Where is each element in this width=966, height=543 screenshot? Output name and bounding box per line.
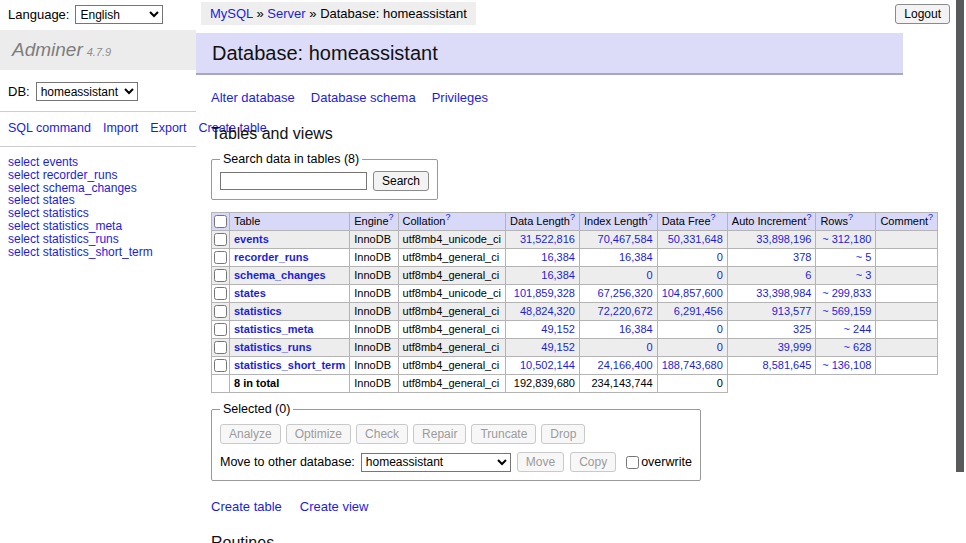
data-length-link[interactable]: 16,384 — [541, 269, 575, 281]
table-name-cell: schema_changes — [230, 267, 350, 285]
help-link[interactable]: ? — [806, 213, 811, 223]
table-name-link[interactable]: states — [234, 287, 266, 299]
help-link[interactable]: ? — [445, 213, 450, 223]
breadcrumb-mysql-link[interactable]: MySQL — [210, 6, 253, 21]
search-input[interactable] — [220, 172, 367, 190]
table-row: states InnoDB utf8mb4_unicode_ci 101,859… — [212, 285, 938, 303]
table-name-link[interactable]: recorder_runs — [234, 251, 309, 263]
index-length-link[interactable]: 70,467,584 — [598, 233, 653, 245]
select-link[interactable]: select — [8, 245, 39, 259]
data-free-link[interactable]: 0 — [717, 251, 723, 263]
rows-count-link[interactable]: ~ 5 — [856, 251, 872, 263]
help-link[interactable]: ? — [570, 213, 575, 223]
rows-count-link[interactable]: ~ 244 — [844, 323, 872, 335]
sidebar-action-link[interactable]: Export — [150, 121, 186, 135]
row-checkbox[interactable] — [214, 287, 227, 300]
db-nav-link[interactable]: Privileges — [432, 90, 488, 105]
auto-increment-link[interactable]: 33,398,984 — [756, 287, 811, 299]
language-select[interactable]: English — [75, 5, 163, 24]
create-link[interactable]: Create view — [300, 499, 369, 514]
auto-increment-cell: 8,581,645 — [727, 357, 816, 375]
row-checkbox[interactable] — [214, 323, 227, 336]
data-free-link[interactable]: 50,331,648 — [668, 233, 723, 245]
table-name-link[interactable]: events — [234, 233, 269, 245]
overwrite-checkbox[interactable] — [626, 456, 639, 469]
data-length-link[interactable]: 49,152 — [541, 323, 575, 335]
data-length-link[interactable]: 31,522,816 — [520, 233, 575, 245]
create-link[interactable]: Create table — [211, 499, 282, 514]
table-name-link[interactable]: statistics_runs — [234, 341, 312, 353]
row-checkbox[interactable] — [214, 359, 227, 372]
column-header: Engine? — [350, 213, 398, 231]
index-length-link[interactable]: 0 — [647, 269, 653, 281]
db-select[interactable]: homeassistant — [36, 82, 138, 101]
data-length-link[interactable]: 48,824,320 — [520, 305, 575, 317]
index-length-link[interactable]: 24,166,400 — [598, 359, 653, 371]
help-link[interactable]: ? — [928, 213, 933, 223]
index-length-link[interactable]: 0 — [647, 341, 653, 353]
table-name-link[interactable]: statistics_short_term — [234, 359, 345, 371]
table-name-link[interactable]: schema_changes — [234, 269, 326, 281]
row-checkbox[interactable] — [214, 305, 227, 318]
db-nav-link[interactable]: Database schema — [311, 90, 416, 105]
data-length-link[interactable]: 49,152 — [541, 341, 575, 353]
data-length-link[interactable]: 101,859,328 — [514, 287, 575, 299]
auto-increment-link[interactable]: 8,581,645 — [762, 359, 811, 371]
auto-increment-link[interactable]: 913,577 — [772, 305, 812, 317]
rows-count-link[interactable]: ~ 299,833 — [822, 287, 871, 299]
rows-count-link[interactable]: ~ 628 — [844, 341, 872, 353]
help-link[interactable]: ? — [389, 213, 394, 223]
index-length-link[interactable]: 16,384 — [619, 251, 653, 263]
table-name-link[interactable]: statistics — [234, 305, 282, 317]
data-free-cell: 188,743,680 — [657, 357, 727, 375]
rows-count-link[interactable]: ~ 569,159 — [822, 305, 871, 317]
table-name-link[interactable]: statistics_meta — [234, 323, 314, 335]
data-length-link[interactable]: 10,502,144 — [520, 359, 575, 371]
help-link[interactable]: ? — [648, 213, 653, 223]
index-length-link[interactable]: 72,220,672 — [598, 305, 653, 317]
data-free-link[interactable]: 104,857,600 — [662, 287, 723, 299]
data-free-link[interactable]: 0 — [717, 269, 723, 281]
row-checkbox[interactable] — [214, 251, 227, 264]
rows-count-link[interactable]: ~ 312,180 — [822, 233, 871, 245]
app-name: Adminer — [12, 39, 83, 60]
auto-increment-link[interactable]: 325 — [793, 323, 811, 335]
data-free-link[interactable]: 0 — [717, 341, 723, 353]
rows-count-cell: ~ 3 — [816, 267, 876, 285]
auto-increment-link[interactable]: 33,898,196 — [756, 233, 811, 245]
help-link[interactable]: ? — [711, 213, 716, 223]
breadcrumb-server-link[interactable]: Server — [267, 6, 305, 21]
auto-increment-link[interactable]: 39,999 — [778, 341, 812, 353]
row-checkbox[interactable] — [214, 341, 227, 354]
auto-increment-link[interactable]: 378 — [793, 251, 811, 263]
data-free-cell: 50,331,648 — [657, 231, 727, 249]
search-button[interactable]: Search — [373, 171, 429, 191]
auto-increment-link[interactable]: 6 — [805, 269, 811, 281]
row-checkbox[interactable] — [214, 233, 227, 246]
rows-count-link[interactable]: ~ 136,108 — [822, 359, 871, 371]
scrollbar-thumb[interactable] — [956, 0, 964, 472]
select-all-checkbox[interactable] — [214, 215, 227, 228]
data-free-cell: 0 — [657, 267, 727, 285]
sidebar-table-list: select events select recorder_runs selec… — [8, 156, 188, 258]
sidebar-action-link[interactable]: SQL command — [8, 121, 91, 135]
data-free-link[interactable]: 0 — [717, 323, 723, 335]
rows-count-link[interactable]: ~ 3 — [856, 269, 872, 281]
sidebar-action-link[interactable]: Import — [103, 121, 138, 135]
index-length-link[interactable]: 16,384 — [619, 323, 653, 335]
index-length-link[interactable]: 67,256,320 — [598, 287, 653, 299]
data-length-link[interactable]: 16,384 — [541, 251, 575, 263]
db-nav-link[interactable]: Alter database — [211, 90, 295, 105]
data-free-link[interactable]: 6,291,456 — [674, 305, 723, 317]
app-version: 4.7.9 — [87, 46, 111, 58]
move-db-select[interactable]: homeassistant — [361, 453, 511, 472]
auto-increment-cell: 6 — [727, 267, 816, 285]
data-free-link[interactable]: 188,743,680 — [662, 359, 723, 371]
row-checkbox[interactable] — [214, 269, 227, 282]
help-link[interactable]: ? — [848, 213, 853, 223]
rows-count-cell: ~ 136,108 — [816, 357, 876, 375]
main-content: MySQL » Server » Database: homeassistant… — [196, 0, 956, 543]
selected-fieldset: Selected (0) AnalyzeOptimizeCheckRepairT… — [211, 402, 701, 481]
logout-button[interactable]: Logout — [895, 4, 950, 24]
table-link[interactable]: statistics_short_term — [43, 245, 153, 259]
